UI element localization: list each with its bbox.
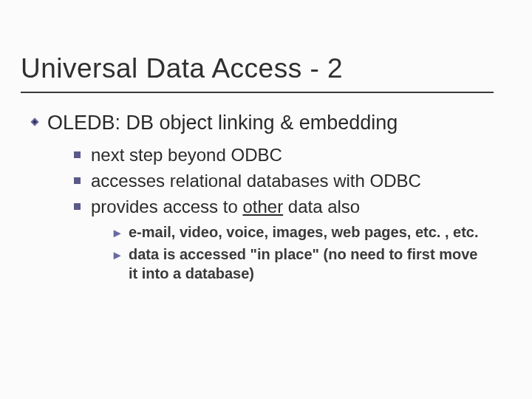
list-item: accesses relational databases with ODBC	[74, 169, 502, 192]
list-item: OLEDB: DB object linking & embedding	[30, 111, 502, 136]
list-item-text: e-mail, video, voice, images, web pages,…	[129, 222, 479, 242]
text-underlined: other	[242, 197, 283, 216]
slide-content: OLEDB: DB object linking & embedding nex…	[0, 93, 532, 283]
diamond-bullet-icon	[30, 117, 40, 127]
list-item: provides access to other data also	[74, 195, 502, 218]
caret-bullet-icon: ▸	[114, 226, 124, 239]
square-bullet-icon	[74, 151, 81, 158]
text-pre: provides access to	[91, 197, 242, 216]
text-post: data also	[283, 197, 360, 216]
list-item-text: OLEDB: DB object linking & embedding	[47, 111, 398, 136]
list-item-text: next step beyond ODBC	[91, 143, 282, 166]
list-item: ▸ e-mail, video, voice, images, web page…	[114, 222, 502, 242]
list-item-text: provides access to other data also	[91, 195, 360, 218]
slide: Universal Data Access - 2 OLEDB: DB obje…	[0, 0, 532, 399]
caret-bullet-icon: ▸	[114, 248, 124, 262]
list-item: next step beyond ODBC	[74, 143, 502, 166]
slide-title: Universal Data Access - 2	[0, 0, 532, 84]
square-bullet-icon	[74, 203, 81, 210]
list-item-text: accesses relational databases with ODBC	[91, 169, 421, 192]
sublist: next step beyond ODBC accesses relationa…	[74, 143, 502, 219]
list-item: ▸ data is accessed "in place" (no need t…	[114, 245, 502, 283]
list-item-text: data is accessed "in place" (no need to …	[129, 245, 483, 283]
sub-sublist: ▸ e-mail, video, voice, images, web page…	[114, 222, 502, 283]
square-bullet-icon	[74, 177, 81, 184]
